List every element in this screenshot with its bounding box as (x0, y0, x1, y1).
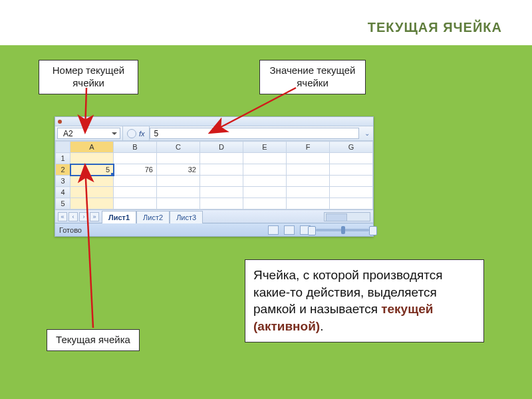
sheet-nav-next-icon[interactable]: › (79, 212, 88, 221)
sheet-tab-bar: « ‹ › » Лист1 Лист2 Лист3 (55, 209, 373, 223)
status-bar: Готово (55, 223, 373, 236)
status-text: Готово (59, 226, 82, 234)
row-header-1[interactable]: 1 (56, 153, 70, 164)
row-header-5[interactable]: 5 (56, 198, 70, 209)
name-box[interactable]: A2 (57, 128, 120, 139)
col-header-E[interactable]: E (243, 142, 287, 153)
zoom-slider[interactable] (316, 229, 369, 231)
cell-B5[interactable] (114, 198, 157, 209)
cell-G1[interactable] (330, 153, 373, 164)
cell-F1[interactable] (287, 153, 330, 164)
col-header-C[interactable]: C (157, 142, 200, 153)
view-page-layout-icon[interactable] (284, 225, 295, 235)
cell-A5[interactable] (70, 198, 114, 209)
cell-E3[interactable] (243, 176, 287, 187)
cell-A2[interactable]: 5 (70, 164, 114, 176)
cell-E5[interactable] (243, 198, 287, 209)
sheet-nav-first-icon[interactable]: « (58, 212, 67, 221)
cell-D5[interactable] (200, 198, 243, 209)
cell-D3[interactable] (200, 176, 243, 187)
cell-G4[interactable] (330, 187, 373, 198)
cell-A1[interactable] (70, 153, 114, 164)
cell-D1[interactable] (200, 153, 243, 164)
cell-F3[interactable] (287, 176, 330, 187)
cell-B4[interactable] (114, 187, 157, 198)
cell-D2[interactable] (200, 164, 243, 176)
worksheet-grid[interactable]: A B C D E F G 1 2 5 76 (55, 141, 373, 209)
fx-label: fx (139, 130, 145, 138)
cell-C1[interactable] (157, 153, 200, 164)
formula-bar: A2 fx 5 ⌄ (55, 126, 373, 141)
select-all-corner[interactable] (56, 142, 70, 153)
sheet-tab-1[interactable]: Лист1 (102, 211, 136, 223)
expand-formula-bar-icon[interactable]: ⌄ (361, 126, 373, 140)
cell-B1[interactable] (114, 153, 157, 164)
cell-F5[interactable] (287, 198, 330, 209)
cell-E1[interactable] (243, 153, 287, 164)
cell-F4[interactable] (287, 187, 330, 198)
cell-G2[interactable] (330, 164, 373, 176)
slide-title: ТЕКУЩАЯ ЯЧЕЙКА (0, 20, 532, 35)
callout-formula-value: Значение текущей ячейки (259, 60, 366, 94)
insert-function-icon[interactable] (127, 129, 136, 138)
cell-G5[interactable] (330, 198, 373, 209)
cell-G3[interactable] (330, 176, 373, 187)
sheet-tab-3[interactable]: Лист3 (170, 211, 203, 223)
col-header-D[interactable]: D (200, 142, 243, 153)
cell-D4[interactable] (200, 187, 243, 198)
col-header-A[interactable]: A (70, 142, 114, 153)
row-header-3[interactable]: 3 (56, 176, 70, 187)
qat-icon (58, 120, 62, 124)
view-normal-icon[interactable] (268, 225, 279, 235)
cell-C2[interactable]: 32 (157, 164, 200, 176)
definition-text-post: . (320, 319, 323, 333)
formula-input[interactable]: 5 (150, 128, 359, 139)
sheet-tab-2[interactable]: Лист2 (136, 211, 170, 223)
row-header-2[interactable]: 2 (56, 164, 70, 176)
cell-C4[interactable] (157, 187, 200, 198)
col-header-G[interactable]: G (330, 142, 373, 153)
cell-B3[interactable] (114, 176, 157, 187)
cell-B2[interactable]: 76 (114, 164, 157, 176)
col-header-F[interactable]: F (287, 142, 330, 153)
callout-active-cell: Текущая ячейка (47, 329, 140, 351)
definition-box: Ячейка, с которой производятся какие-то … (245, 259, 484, 342)
horizontal-scrollbar[interactable] (324, 212, 370, 221)
cell-C5[interactable] (157, 198, 200, 209)
cell-E4[interactable] (243, 187, 287, 198)
cell-E2[interactable] (243, 164, 287, 176)
sheet-nav-prev-icon[interactable]: ‹ (68, 212, 78, 221)
fx-block: fx (122, 126, 150, 140)
col-header-B[interactable]: B (114, 142, 157, 153)
cell-F2[interactable] (287, 164, 330, 176)
excel-window: A2 fx 5 ⌄ A B C D E F G (55, 116, 374, 237)
callout-namebox: Номер текущей ячейки (39, 60, 138, 94)
cell-A3[interactable] (70, 176, 114, 187)
quick-access-toolbar (55, 117, 373, 126)
cell-C3[interactable] (157, 176, 200, 187)
sheet-nav-last-icon[interactable]: » (90, 212, 99, 221)
row-header-4[interactable]: 4 (56, 187, 70, 198)
cell-A4[interactable] (70, 187, 114, 198)
